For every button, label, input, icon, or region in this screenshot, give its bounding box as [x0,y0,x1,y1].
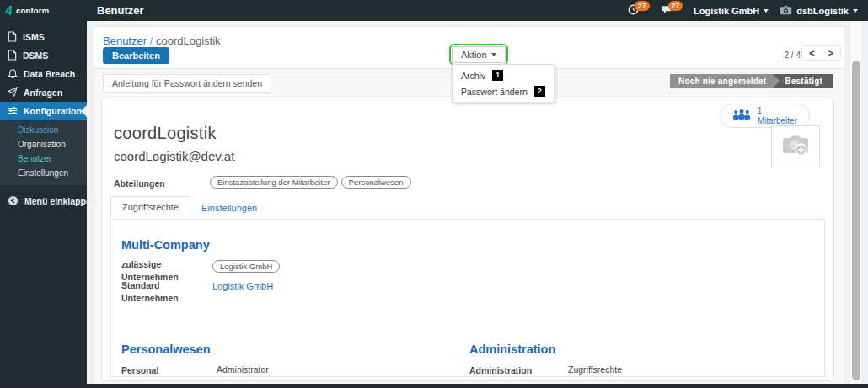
chat-badge: 27 [668,1,683,11]
send-password-instruction-button[interactable]: Anleitung für Passwort ändern senden [103,74,271,93]
photo-upload-placeholder[interactable] [771,125,820,167]
user-card: 1 Mitarbeiter coordLogistik coordLogisti… [101,98,834,381]
document-icon [8,50,17,62]
menu-item-label: Passwort ändern [461,87,528,97]
tab-einstellungen[interactable]: Einstellungen [190,198,268,218]
default-company-label: Standard Unternehmen [121,279,210,304]
chevron-down-icon [764,9,769,13]
window-bottom-edge [0,384,868,388]
status-ribbon: Noch nie angemeldet Bestätigt [670,74,833,88]
sidebar-item-isms[interactable]: ISMS [0,28,87,46]
status-step-never-logged-in: Noch nie angemeldet [670,74,780,88]
sidebar-collapse-label: Menü einklappen [24,196,96,206]
department-chip: Personalwesen [341,176,411,189]
pager-prev-button[interactable]: < [802,46,821,60]
clock-menu[interactable]: 27 [628,3,649,19]
action-dropdown-menu: Archiv 1 Passwort ändern 2 [452,64,555,103]
pager-position: 2 / 4 [785,50,801,60]
sidebar-subitem-benutzer[interactable]: Benutzer [0,151,87,166]
paper-plane-icon [8,87,18,98]
mitarbeiter-count-button[interactable]: 1 Mitarbeiter [720,104,810,128]
clock-badge: 27 [635,1,649,11]
chevron-down-icon [491,53,496,56]
menu-item-label: Archiv [461,71,485,81]
menu-item-passwort-aendern[interactable]: Passwort ändern 2 [453,83,554,99]
personalwesen-title: Personalwesen [121,343,211,356]
allowed-company-chip: Logistik GmbH [212,260,280,273]
administration-value: Zugriffsrechte [568,364,622,375]
breadcrumb-separator: / [150,35,153,47]
sidebar-collapse-menu[interactable]: Menü einklappen [0,192,87,210]
bell-icon [8,68,18,81]
user-dropdown-label: dsbLogistik [796,6,849,16]
tab-zugriffsrechte[interactable]: Zugriffsrechte [110,196,190,218]
tab-content-panel: Multi-Company zulässige Unternehmen Logi… [110,219,825,377]
active-notch [81,105,87,117]
action-dropdown-button[interactable]: Aktion [452,46,506,63]
sidebar-item-konfiguration[interactable]: Konfiguration [0,102,87,120]
konfiguration-submenu: Diskussion Organisation Benutzer Einstel… [0,120,87,185]
sidebar-item-data-breach[interactable]: Data Breach [0,65,87,83]
user-name: coordLogistik [114,124,217,143]
sidebar-item-dsms[interactable]: DSMS [0,46,87,65]
pager: < > [801,45,841,61]
breadcrumb-parent-link[interactable]: Benutzer [103,35,147,47]
sidebar-item-label: DSMS [23,50,48,61]
menu-item-archiv[interactable]: Archiv 1 [453,67,554,83]
card-tabs: Zugriffsrechte Einstellungen [110,196,268,218]
administration-title: Administration [469,343,555,356]
departments-label: Abteilungen [114,178,165,189]
camera-plus-icon [780,131,812,162]
department-chip: Einstazabteilung der Mitarbeiter [210,176,338,189]
header-actions: 27 27 Logistik GmbH dsbLogistik [628,3,868,19]
lower-section: Anleitung für Passwort ändern senden Noc… [93,68,844,384]
logo-text: conform [16,6,49,15]
department-chips: Einstazabteilung der Mitarbeiter Persona… [210,176,411,189]
mitarbeiter-count: 1 [758,106,797,116]
status-step-confirmed: Bestätigt [771,74,833,88]
app-logo[interactable]: 4 conform [0,0,87,21]
administration-label: Administration [469,364,566,377]
chevron-down-icon [853,9,858,13]
edit-button[interactable]: Bearbeiten [103,47,169,64]
avatar-camera-icon [780,5,792,17]
sidebar-item-label: Data Breach [24,69,75,79]
company-dropdown[interactable]: Logistik GmbH [694,6,769,16]
default-company-link[interactable]: Logistik GmbH [212,281,273,291]
sidebar-item-anfragen[interactable]: Anfragen [0,83,87,102]
logo-4-icon: 4 [4,3,13,19]
scrollbar-track[interactable] [849,21,861,388]
main-content: Benutzer / coordLogistik Bearbeiten Akti… [87,21,868,388]
app-window: 4 conform Benutzer 27 27 Logistik GmbH [0,0,868,388]
pager-next-button[interactable]: > [822,46,840,60]
sidebar-item-label: Konfiguration [24,106,82,116]
top-header: 4 conform Benutzer 27 27 Logistik GmbH [0,0,868,21]
user-email: coordLogistik@dev.at [114,149,234,163]
user-dropdown[interactable]: dsbLogistik [780,5,858,17]
sidebar-subitem-organisation[interactable]: Organisation [0,137,87,151]
sidebar-nav: ISMS DSMS Data Breach Anfragen Konfigura… [0,21,87,388]
page-title: Benutzer [97,4,144,17]
people-group-icon [732,109,751,124]
annotation-badge: 2 [534,86,545,97]
multi-company-title: Multi-Company [121,238,210,252]
mitarbeiter-label: Mitarbeiter [758,116,797,126]
circle-arrow-left-icon [8,195,19,208]
personal-label: Personal [121,364,210,377]
breadcrumb: Benutzer / coordLogistik [103,35,221,47]
personal-value: Administrator [217,364,269,375]
messages-menu[interactable]: 27 [661,3,683,19]
sidebar-subitem-einstellungen[interactable]: Einstellungen [0,166,87,180]
sidebar-item-label: ISMS [23,32,45,42]
breadcrumb-current: coordLogistik [156,35,221,47]
action-button-label: Aktion [461,50,487,60]
sidebar-item-label: Anfragen [24,88,62,98]
content-panel: Benutzer / coordLogistik Bearbeiten Akti… [93,27,844,384]
scrollbar-thumb[interactable] [852,61,860,380]
sidebar-subitem-diskussion[interactable]: Diskussion [0,123,87,137]
company-dropdown-label: Logistik GmbH [694,6,759,16]
sliders-icon [8,106,18,117]
annotation-badge: 1 [492,70,503,81]
document-icon [8,31,17,44]
